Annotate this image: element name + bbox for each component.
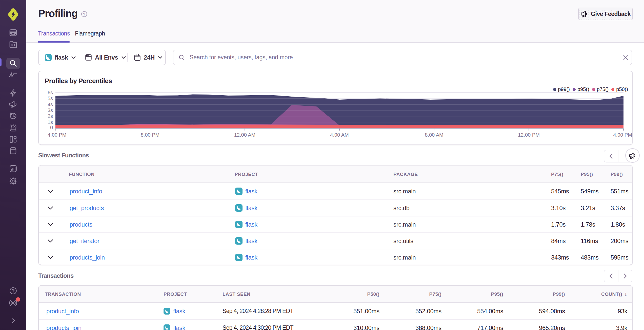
svg-text:5s: 5s bbox=[48, 96, 53, 101]
svg-text:4:00 PM: 4:00 PM bbox=[613, 132, 632, 138]
svg-text:12:00 AM: 12:00 AM bbox=[234, 132, 256, 138]
svg-text:0: 0 bbox=[50, 125, 53, 130]
svg-text:2s: 2s bbox=[48, 113, 53, 119]
svg-text:1s: 1s bbox=[48, 119, 53, 125]
svg-text:4s: 4s bbox=[48, 102, 53, 107]
svg-text:4:00 AM: 4:00 AM bbox=[330, 132, 349, 138]
svg-text:4:00 PM: 4:00 PM bbox=[48, 132, 66, 138]
svg-text:6s: 6s bbox=[48, 90, 53, 95]
svg-text:8:00 PM: 8:00 PM bbox=[141, 132, 159, 138]
svg-text:12:00 PM: 12:00 PM bbox=[518, 132, 540, 138]
svg-text:3s: 3s bbox=[48, 107, 53, 113]
svg-text:8:00 AM: 8:00 AM bbox=[425, 132, 443, 138]
